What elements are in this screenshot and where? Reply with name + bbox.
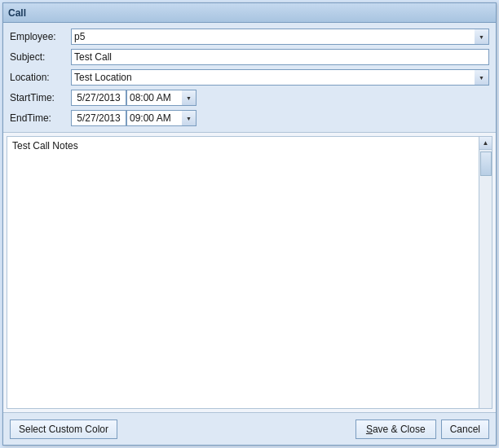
window-title: Call [8,7,26,19]
scrollbar-track: ▲ [479,137,492,408]
employee-row: Employee: [10,28,489,46]
subject-label: Subject: [10,51,71,63]
end-datetime-wrap [71,110,197,126]
save-close-button[interactable]: Save & Close [355,419,436,439]
employee-dropdown-btn[interactable] [475,29,489,45]
end-time-label: EndTime: [10,112,71,124]
notes-area: Test Call Notes ▲ [7,136,492,409]
form-area: Employee: Subject: Location: StartTime: [3,23,496,133]
location-label: Location: [10,72,71,83]
location-field-wrap [71,69,489,86]
subject-input[interactable] [71,49,489,65]
scrollbar-thumb[interactable] [480,152,492,176]
subject-row: Subject: [10,48,489,66]
employee-label: Employee: [10,31,71,42]
select-custom-color-button[interactable]: Select Custom Color [10,419,117,439]
start-date-input[interactable] [71,90,126,106]
scrollbar-up-btn[interactable]: ▲ [479,137,492,150]
cancel-button[interactable]: Cancel [441,419,489,439]
end-time-dropdown-btn[interactable] [182,110,197,126]
employee-input[interactable] [71,29,475,45]
end-time-row: EndTime: [10,109,489,127]
save-close-label: Save & Close [366,424,426,435]
start-datetime-wrap [71,90,197,106]
end-time-input[interactable] [126,110,182,126]
location-dropdown-btn[interactable] [475,69,489,86]
location-row: Location: [10,68,489,86]
footer-right-buttons: Save & Close Cancel [355,419,489,439]
title-bar: Call [3,3,496,23]
start-time-wrap [126,90,197,106]
footer-area: Select Custom Color Save & Close Cancel [3,412,496,445]
location-input[interactable] [71,69,475,86]
start-time-input[interactable] [126,90,182,106]
end-date-input[interactable] [71,110,126,126]
start-time-row: StartTime: [10,89,489,107]
end-time-wrap [126,110,197,126]
call-window: Call Employee: Subject: Location: St [2,2,497,446]
start-time-dropdown-btn[interactable] [182,90,197,106]
start-time-label: StartTime: [10,92,71,103]
employee-field-wrap [71,29,489,45]
notes-textarea[interactable]: Test Call Notes [7,137,479,408]
